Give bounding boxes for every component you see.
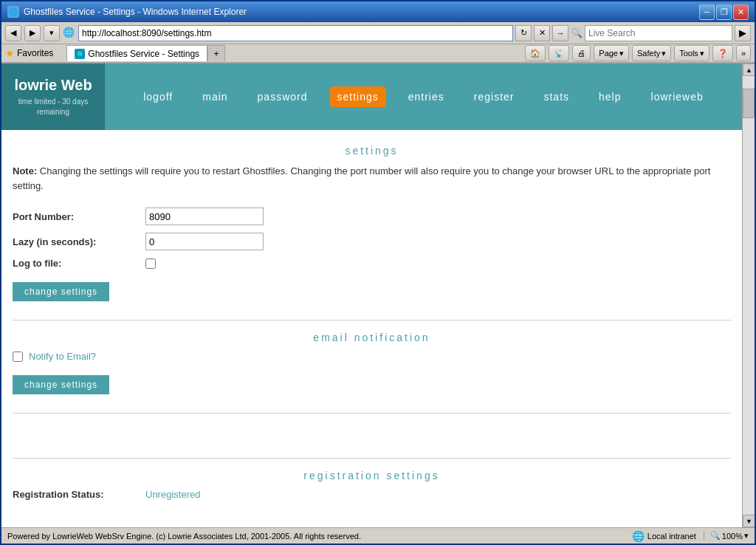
new-tab-button[interactable]: + [207, 45, 225, 61]
tools-label: Tools [679, 49, 698, 58]
search-area: 🔍 ▶ [571, 25, 751, 41]
home-button[interactable]: 🏠 [525, 45, 546, 61]
page-icon: 🌐 [63, 27, 76, 40]
rss-button[interactable]: 📡 [549, 45, 569, 61]
note-text-content: Changing the settings will require you t… [13, 165, 710, 191]
search-button[interactable]: ▶ [735, 25, 751, 41]
safety-label: Safety [637, 49, 660, 58]
tools-menu-button[interactable]: Tools ▾ [674, 45, 709, 61]
dropdown-button[interactable]: ▾ [44, 25, 60, 41]
scroll-up-button[interactable]: ▲ [743, 64, 755, 76]
print-preview-button[interactable]: 🖨 [572, 45, 591, 61]
log-row: Log to file: [13, 258, 731, 269]
address-bar: 🌐 ↻ ✕ → [63, 25, 568, 41]
search-input[interactable] [585, 25, 732, 41]
settings-title: settings [13, 145, 731, 157]
minimize-button[interactable]: ─ [699, 4, 715, 20]
notify-checkbox[interactable] [13, 352, 23, 362]
star-icon: ★ [5, 47, 15, 59]
scroll-track [743, 118, 755, 515]
window-title: Ghostfiles Service - Settings - Windows … [24, 7, 247, 17]
browser-icon: 🌐 [7, 6, 19, 18]
note-bold: Note: [13, 165, 37, 176]
safety-menu-button[interactable]: Safety ▾ [632, 45, 671, 61]
spacer [13, 425, 731, 447]
favorites-bar: ★ Favorites G Ghostfiles Service - Setti… [1, 44, 755, 64]
log-label: Log to file: [13, 258, 145, 269]
scroll-thumb[interactable] [743, 89, 755, 118]
zone-icon: 🌐 [632, 530, 645, 542]
lazy-row: Lazy (in seconds): [13, 233, 731, 250]
toolbar-right: 🏠 📡 🖨 Page ▾ Safety ▾ Tools ▾ ❓ » [525, 45, 751, 61]
nav-bar: ◀ ▶ ▾ 🌐 ↻ ✕ → 🔍 ▶ [1, 22, 755, 44]
back-button[interactable]: ◀ [5, 25, 21, 41]
notify-label[interactable]: Notify to Email? [29, 351, 96, 362]
close-button[interactable]: ✕ [733, 4, 749, 20]
title-bar-controls: ─ ❐ ✕ [699, 4, 749, 20]
refresh-button[interactable]: ↻ [515, 25, 532, 41]
nav-logoff[interactable]: logoff [136, 86, 180, 107]
port-label: Port Number: [13, 211, 145, 222]
zoom-dropdown-icon: ▾ [744, 531, 749, 541]
scrollbar[interactable]: ▲ ▼ [742, 64, 755, 527]
nav-help[interactable]: help [591, 86, 628, 107]
nav-lowrieweb[interactable]: lowrieweb [644, 86, 711, 107]
registration-row: Registration Status: Unregistered [13, 489, 731, 500]
settings-note: Note: Changing the settings will require… [13, 164, 731, 193]
port-row: Port Number: [13, 208, 731, 225]
stop-button[interactable]: ✕ [534, 25, 550, 41]
tab-label: Ghostfiles Service - Settings [88, 49, 199, 59]
favorites-button[interactable]: ★ Favorites [5, 47, 53, 59]
title-bar: 🌐 Ghostfiles Service - Settings - Window… [1, 1, 755, 22]
registration-status-label: Registration Status: [13, 489, 145, 500]
site-header: lowrie Web time limited - 30 days remain… [1, 64, 742, 130]
help-button[interactable]: ❓ [712, 45, 733, 61]
divider-1 [13, 320, 731, 321]
nav-register[interactable]: register [467, 86, 522, 107]
registration-status-value: Unregistered [145, 489, 200, 500]
nav-password[interactable]: password [250, 86, 315, 107]
page-menu-button[interactable]: Page ▾ [594, 45, 629, 61]
settings-section: settings Note: Changing the settings wil… [1, 130, 742, 515]
logo-sub: time limited - 30 days remaining [9, 97, 97, 117]
lazy-input[interactable] [145, 233, 264, 250]
zoom-icon: 🔍 [710, 531, 721, 541]
nav-menu: logoff main password settings entries re… [105, 64, 742, 130]
zone-label: Local intranet [647, 532, 696, 541]
scroll-down-button[interactable]: ▼ [743, 515, 755, 527]
lazy-label: Lazy (in seconds): [13, 236, 145, 247]
status-bar: Powered by LowrieWeb WebSrv Engine. (c) … [1, 527, 755, 544]
title-bar-left: 🌐 Ghostfiles Service - Settings - Window… [7, 6, 247, 18]
log-checkbox[interactable] [145, 258, 156, 269]
address-input[interactable] [78, 25, 513, 41]
status-text: Powered by LowrieWeb WebSrv Engine. (c) … [7, 532, 361, 541]
status-zone: 🌐 Local intranet [632, 530, 696, 542]
divider-2 [13, 413, 731, 414]
logo-area: lowrie Web time limited - 30 days remain… [1, 64, 105, 130]
nav-entries[interactable]: entries [401, 86, 452, 107]
nav-main[interactable]: main [195, 86, 235, 107]
tab-favicon: G [75, 49, 85, 59]
browser-window: 🌐 Ghostfiles Service - Settings - Window… [0, 0, 756, 545]
nav-settings[interactable]: settings [330, 86, 386, 107]
zoom-area: 🔍 100% ▾ [704, 531, 749, 541]
change-settings-button-1[interactable]: change settings [13, 282, 109, 301]
port-input[interactable] [145, 208, 264, 225]
favorites-label: Favorites [17, 48, 53, 58]
email-title: email notification [13, 332, 731, 343]
divider-3 [13, 458, 731, 459]
zoom-level: 100% [722, 532, 743, 541]
registration-title: registration settings [13, 470, 731, 481]
logo-text: lowrie Web [14, 77, 92, 94]
search-logo-icon: 🔍 [571, 28, 583, 38]
nav-stats[interactable]: stats [536, 86, 577, 107]
page-content: lowrie Web time limited - 30 days remain… [1, 64, 742, 527]
extra-button[interactable]: » [736, 45, 751, 61]
go-button[interactable]: → [552, 25, 568, 41]
restore-button[interactable]: ❐ [716, 4, 732, 20]
forward-button[interactable]: ▶ [24, 25, 41, 41]
browser-tab[interactable]: G Ghostfiles Service - Settings [66, 45, 207, 61]
notify-row: Notify to Email? [13, 351, 731, 362]
page-label: Page [599, 49, 618, 58]
change-settings-button-2[interactable]: change settings [13, 375, 109, 394]
